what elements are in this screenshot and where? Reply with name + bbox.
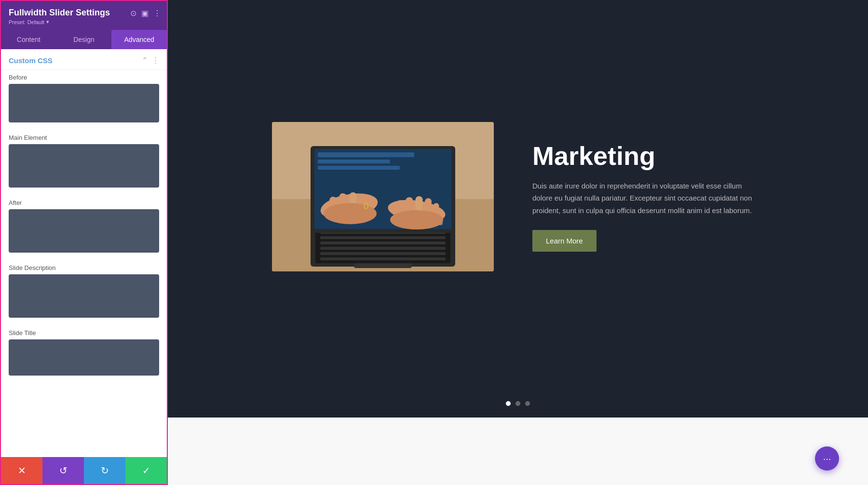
custom-css-title: Custom CSS (9, 56, 53, 65)
dot-2[interactable] (515, 401, 520, 406)
chevron-down-icon: ▾ (46, 19, 49, 25)
slide-image (272, 122, 494, 271)
tab-advanced[interactable]: Advanced (111, 30, 167, 49)
after-field: After (1, 195, 167, 260)
svg-rect-8 (320, 247, 446, 250)
settings-panel: Fullwidth Slider Settings Preset: Defaul… (0, 0, 168, 485)
before-textarea[interactable] (9, 84, 159, 122)
redo-icon: ↻ (101, 465, 109, 476)
tab-content[interactable]: Content (1, 30, 56, 49)
more-options-icon[interactable]: ⋮ (152, 56, 159, 65)
slide-body-text: Duis aute irure dolor in reprehenderit i… (532, 180, 764, 217)
slide-heading: Marketing (532, 142, 764, 170)
svg-rect-7 (320, 242, 446, 244)
tab-design[interactable]: Design (56, 30, 112, 49)
more-icon[interactable]: ⋮ (153, 9, 161, 18)
slide-content: Marketing Duis aute irure dolor in repre… (168, 0, 868, 393)
svg-point-33 (390, 210, 443, 229)
cancel-button[interactable]: ✕ (1, 457, 42, 484)
custom-css-section-header: Custom CSS ⌃ ⋮ (1, 49, 167, 70)
undo-icon: ↺ (59, 465, 68, 476)
svg-point-23 (324, 203, 377, 224)
svg-rect-9 (320, 252, 446, 255)
slider-area: Marketing Duis aute irure dolor in repre… (168, 0, 868, 418)
panel-header-icons: ⊙ ▣ ⋮ (130, 9, 161, 18)
more-icon: ··· (823, 453, 831, 464)
slide-text: Marketing Duis aute irure dolor in repre… (532, 142, 764, 252)
after-label: After (9, 199, 159, 206)
settings-icon[interactable]: ⊙ (130, 9, 136, 18)
main-element-field: Main Element (1, 130, 167, 195)
save-icon: ✓ (142, 465, 150, 476)
panel-header: Fullwidth Slider Settings Preset: Defaul… (1, 1, 167, 30)
before-field: Before (1, 70, 167, 130)
svg-rect-10 (320, 257, 446, 260)
svg-rect-15 (318, 160, 390, 163)
columns-icon[interactable]: ▣ (141, 9, 149, 18)
before-label: Before (9, 74, 159, 81)
after-textarea[interactable] (9, 209, 159, 253)
dot-3[interactable] (525, 401, 530, 406)
slider-dots (168, 393, 868, 418)
panel-tabs: Content Design Advanced (1, 30, 167, 49)
panel-body: Custom CSS ⌃ ⋮ Before Main Element After… (1, 49, 167, 457)
floating-action-button[interactable]: ··· (815, 446, 839, 471)
cancel-icon: ✕ (18, 465, 26, 476)
slide-title-label: Slide Title (9, 329, 159, 337)
main-content: Marketing Duis aute irure dolor in repre… (168, 0, 868, 485)
panel-toolbar: ✕ ↺ ↻ ✓ (1, 457, 167, 484)
main-element-label: Main Element (9, 134, 159, 141)
slide-description-textarea[interactable] (9, 274, 159, 318)
save-button[interactable]: ✓ (125, 457, 167, 484)
redo-button[interactable]: ↻ (84, 457, 125, 484)
learn-more-button[interactable]: Learn More (532, 230, 597, 252)
svg-rect-6 (320, 236, 446, 239)
svg-rect-14 (318, 152, 414, 157)
dot-1[interactable] (506, 401, 511, 406)
slide-description-label: Slide Description (9, 264, 159, 271)
collapse-icon[interactable]: ⌃ (142, 56, 148, 65)
undo-button[interactable]: ↺ (42, 457, 84, 484)
slide-title-textarea[interactable] (9, 339, 159, 376)
section-icons: ⌃ ⋮ (142, 56, 159, 65)
slide-description-field: Slide Description (1, 260, 167, 325)
svg-rect-16 (318, 166, 400, 170)
panel-preset: Preset: Default ▾ (9, 19, 159, 25)
below-slider: ··· (168, 418, 868, 485)
slide-title-field: Slide Title (1, 325, 167, 383)
svg-rect-11 (354, 263, 412, 268)
main-element-textarea[interactable] (9, 144, 159, 188)
